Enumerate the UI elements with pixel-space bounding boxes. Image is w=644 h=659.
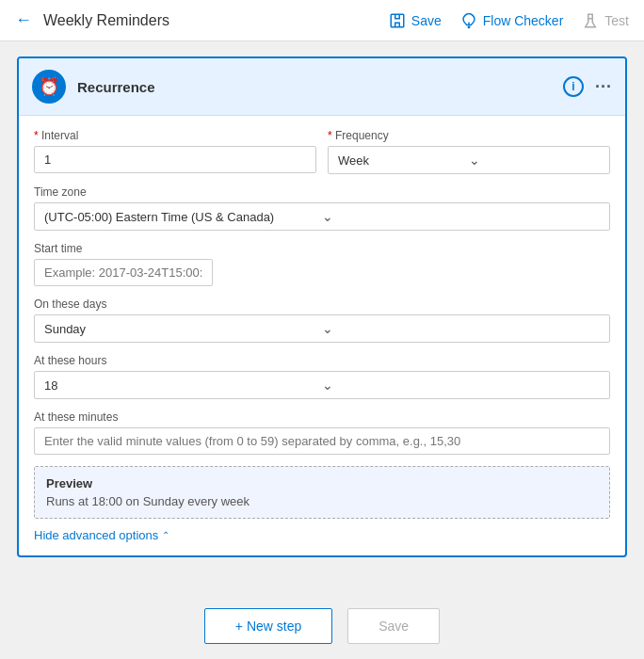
page-title: Weekly Reminders [43, 12, 381, 29]
hide-advanced-caret: ⌃ [162, 530, 169, 540]
card-body: * Interval * Frequency Week ⌄ [19, 116, 625, 555]
card-title: Recurrence [77, 79, 552, 95]
interval-label: * Interval [34, 129, 316, 142]
hide-advanced-label: Hide advanced options [34, 528, 158, 542]
bottom-save-button[interactable]: Save [347, 608, 440, 644]
frequency-label: * Frequency [328, 129, 610, 142]
timezone-value: (UTC-05:00) Eastern Time (US & Canada) [44, 210, 322, 224]
at-these-minutes-label: At these minutes [34, 410, 610, 424]
at-these-hours-row: At these hours 18 ⌄ [34, 354, 610, 399]
interval-input[interactable] [34, 146, 316, 173]
at-these-hours-chevron: ⌄ [322, 378, 600, 393]
at-these-hours-select[interactable]: 18 ⌄ [34, 371, 610, 399]
timezone-row: Time zone (UTC-05:00) Eastern Time (US &… [34, 185, 610, 231]
timezone-select[interactable]: (UTC-05:00) Eastern Time (US & Canada) ⌄ [34, 202, 610, 231]
start-time-input[interactable] [34, 259, 213, 286]
info-icon: i [572, 80, 574, 93]
start-time-label: Start time [34, 242, 610, 255]
test-label: Test [604, 13, 629, 28]
topbar: ← Weekly Reminders Save Flow Checker T [0, 0, 644, 41]
topbar-actions: Save Flow Checker Test [389, 12, 629, 29]
more-icon: ··· [595, 77, 612, 96]
at-these-hours-value: 18 [44, 378, 322, 393]
save-icon [389, 12, 406, 29]
on-these-days-value: Sunday [44, 322, 322, 336]
at-these-hours-label: At these hours [34, 354, 610, 367]
interval-frequency-row: * Interval * Frequency Week ⌄ [34, 129, 610, 174]
main-content: ⏰ Recurrence i ··· * Interval [0, 41, 644, 593]
hide-advanced-button[interactable]: Hide advanced options ⌃ [34, 528, 610, 542]
preview-box: Preview Runs at 18:00 on Sunday every we… [34, 466, 610, 519]
frequency-required: * [328, 129, 332, 142]
interval-label-text: Interval [41, 129, 78, 142]
at-these-minutes-row: At these minutes [34, 410, 610, 455]
at-these-minutes-input[interactable] [34, 427, 610, 455]
test-icon [582, 12, 599, 29]
card-header-actions: i ··· [563, 76, 612, 97]
card-icon: ⏰ [32, 70, 66, 104]
test-action[interactable]: Test [582, 12, 629, 29]
info-button[interactable]: i [563, 76, 584, 97]
frequency-chevron: ⌄ [469, 153, 600, 168]
flow-checker-label: Flow Checker [483, 13, 564, 28]
on-these-days-chevron: ⌄ [322, 321, 600, 336]
interval-required: * [34, 129, 39, 142]
back-button[interactable]: ← [15, 10, 32, 30]
more-button[interactable]: ··· [595, 77, 612, 97]
frequency-select[interactable]: Week ⌄ [328, 146, 610, 174]
flow-checker-icon [460, 12, 477, 29]
interval-group: * Interval [34, 129, 316, 174]
timezone-chevron: ⌄ [322, 209, 600, 224]
timezone-label: Time zone [34, 185, 610, 199]
preview-text: Runs at 18:00 on Sunday every week [46, 494, 598, 508]
bottom-area: + New step Save [0, 593, 644, 659]
new-step-button[interactable]: + New step [204, 608, 332, 644]
on-these-days-row: On these days Sunday ⌄ [34, 297, 610, 343]
frequency-value: Week [338, 153, 469, 168]
frequency-label-text: Frequency [335, 129, 389, 142]
save-action[interactable]: Save [389, 12, 442, 29]
start-time-row: Start time [34, 242, 610, 286]
on-these-days-label: On these days [34, 297, 610, 311]
preview-title: Preview [46, 476, 598, 490]
frequency-group: * Frequency Week ⌄ [328, 129, 610, 174]
svg-rect-0 [391, 14, 404, 27]
clock-icon: ⏰ [39, 76, 59, 97]
save-label: Save [411, 13, 442, 28]
recurrence-card: ⏰ Recurrence i ··· * Interval [17, 56, 627, 557]
card-header: ⏰ Recurrence i ··· [19, 58, 625, 116]
svg-point-2 [468, 26, 470, 28]
flow-checker-action[interactable]: Flow Checker [460, 12, 564, 29]
on-these-days-select[interactable]: Sunday ⌄ [34, 314, 610, 343]
